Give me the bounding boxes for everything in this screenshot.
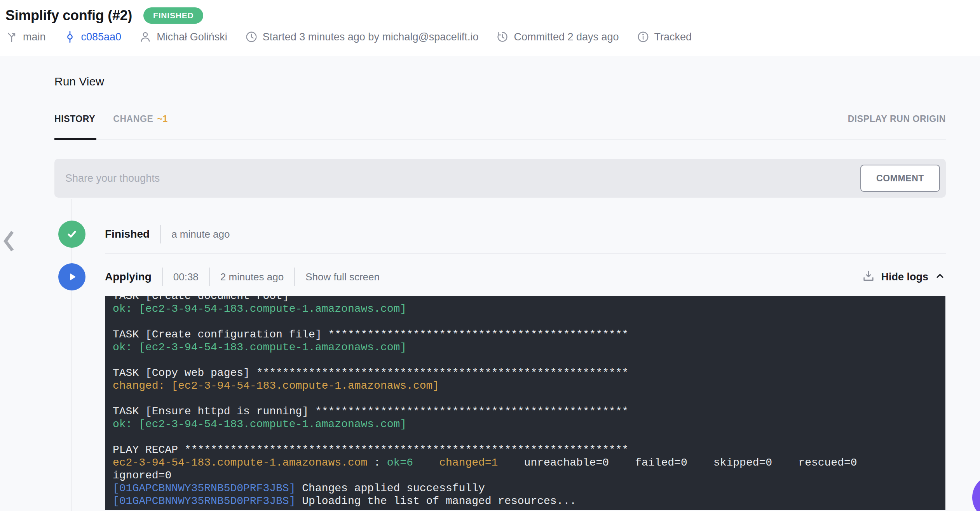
log-line: changed: [ec2-3-94-54-183.compute-1.amaz…: [113, 379, 938, 392]
run-meta: main c085aa0 Michał Goliński: [5, 31, 980, 43]
committed-text: Committed 2 days ago: [514, 31, 619, 43]
log-line: PLAY RECAP *****************************…: [113, 443, 938, 456]
commit-icon: [64, 31, 76, 43]
log-line: [01GAPCBNNWY35RNB5D0PRF3JBS] Uploading t…: [113, 495, 938, 508]
divider: [162, 268, 163, 286]
commit-meta[interactable]: c085aa0: [64, 31, 122, 43]
tracking-meta: Tracked: [637, 31, 692, 43]
log-line: ok: [ec2-3-94-54-183.compute-1.amazonaws…: [113, 418, 938, 431]
log-line: ok: [ec2-3-94-54-183.compute-1.amazonaws…: [113, 341, 938, 354]
timeline-row-applying: Applying 00:38 2 minutes ago Show full s…: [54, 254, 946, 296]
branch-meta: main: [5, 31, 46, 43]
log-line: [01GAPCBNNWY35RNB5D0PRF3JBS] Changes app…: [113, 482, 938, 495]
author-name: Michał Goliński: [157, 31, 227, 43]
comment-input[interactable]: Share your thoughts: [65, 172, 860, 184]
divider: [209, 268, 210, 286]
log-line: ec2-3-94-54-183.compute-1.amazonaws.com …: [113, 456, 938, 469]
log-line: [113, 392, 938, 405]
applying-status-label: Applying: [105, 271, 152, 283]
history-clock-icon: [496, 31, 509, 43]
log-line: TASK [Create configuration file] *******…: [113, 328, 938, 341]
log-line: ok: [ec2-3-94-54-183.compute-1.amazonaws…: [113, 302, 938, 315]
page-title: Simplify config (#2): [5, 7, 132, 24]
comment-bar: Share your thoughts COMMENT: [54, 159, 946, 198]
started-text: Started 3 minutes ago by michalg@spaceli…: [263, 31, 479, 43]
log-line: ignored=0: [113, 469, 938, 482]
started-meta: Started 3 minutes ago by michalg@spaceli…: [245, 31, 479, 43]
hide-logs-button[interactable]: Hide logs: [881, 271, 928, 283]
terminal-log: TASK [Create document root] ************…: [113, 296, 938, 508]
timeline-row-finished: Finished a minute ago: [54, 198, 946, 253]
person-icon: [139, 31, 152, 43]
comment-button[interactable]: COMMENT: [860, 165, 940, 192]
clock-icon: [245, 31, 258, 43]
divider: [294, 268, 295, 286]
applying-play-icon: [58, 263, 85, 290]
tab-history[interactable]: HISTORY: [54, 114, 95, 124]
divider: [160, 225, 161, 243]
change-count-badge: ~1: [157, 114, 167, 124]
display-run-origin-button[interactable]: DISPLAY RUN ORIGIN: [848, 114, 946, 124]
commit-hash-link[interactable]: c085aa0: [81, 31, 122, 43]
tracking-text: Tracked: [654, 31, 692, 43]
terminal-log-pane[interactable]: TASK [Create document root] ************…: [105, 296, 945, 510]
chevron-up-icon[interactable]: [934, 270, 946, 283]
collapse-left-chevron-icon[interactable]: [3, 230, 15, 254]
finished-status-label: Finished: [105, 228, 150, 240]
log-line: TASK [Copy web pages] ******************…: [113, 367, 938, 379]
log-line: [113, 431, 938, 443]
log-line: [113, 315, 938, 328]
finished-check-icon: [58, 221, 85, 248]
show-full-screen-link[interactable]: Show full screen: [305, 271, 380, 283]
applying-timestamp: 2 minutes ago: [220, 271, 284, 283]
author-meta: Michał Goliński: [139, 31, 227, 43]
branch-icon: [5, 31, 18, 43]
run-header: Simplify config (#2) FINISHED main c085a…: [0, 0, 980, 56]
run-view-panel: Run View HISTORY CHANGE~1 DISPLAY RUN OR…: [0, 56, 980, 510]
tabs-divider: [54, 139, 946, 140]
section-heading: Run View: [54, 56, 946, 88]
log-line: TASK [Create document root] ************…: [113, 296, 938, 302]
finished-timestamp: a minute ago: [171, 228, 230, 240]
log-line: TASK [Ensure httpd is running] *********…: [113, 405, 938, 418]
info-icon: [637, 31, 649, 43]
log-line: [113, 354, 938, 367]
tab-change-label: CHANGE: [113, 114, 153, 124]
tab-change[interactable]: CHANGE~1: [113, 114, 168, 124]
logs-controls: Hide logs: [862, 269, 946, 284]
applying-duration: 00:38: [173, 271, 199, 283]
download-logs-icon[interactable]: [862, 269, 875, 284]
branch-name: main: [23, 31, 46, 43]
committed-meta: Committed 2 days ago: [496, 31, 619, 43]
tabs-row: HISTORY CHANGE~1 DISPLAY RUN ORIGIN: [54, 114, 946, 125]
status-badge: FINISHED: [143, 7, 203, 24]
active-tab-indicator: [54, 138, 96, 140]
